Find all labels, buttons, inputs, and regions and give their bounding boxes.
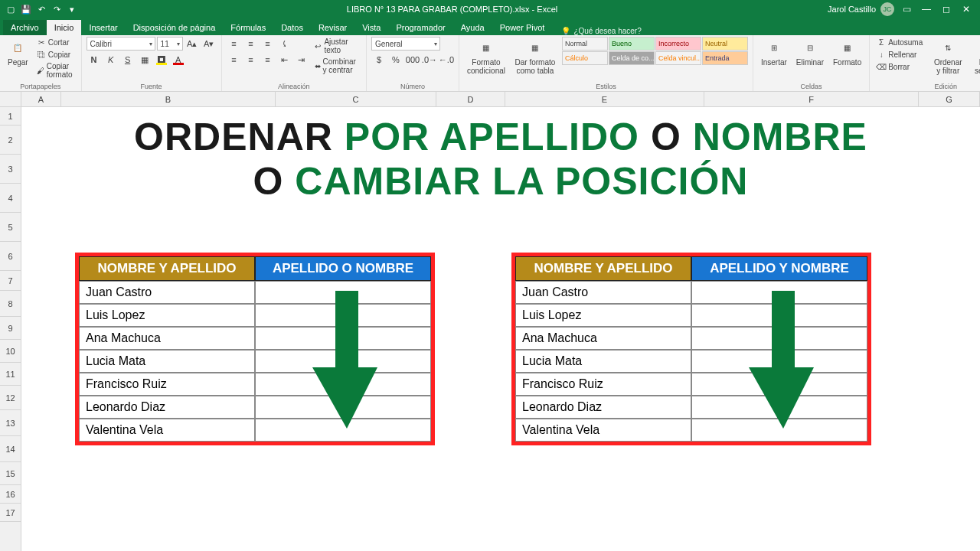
row-header-12[interactable]: 12 — [0, 386, 21, 410]
increase-font-button[interactable]: A▴ — [185, 37, 200, 51]
style-checkcell[interactable]: Celda de co... — [609, 51, 655, 65]
cut-button[interactable]: ✂Cortar — [34, 37, 77, 47]
table-right-cell-name[interactable]: Luis Lopez — [515, 304, 691, 327]
undo-icon[interactable]: ↶ — [35, 3, 47, 15]
font-name-combo[interactable]: Calibri — [87, 37, 155, 51]
style-calc[interactable]: Cálculo — [562, 51, 608, 65]
row-header-15[interactable]: 15 — [0, 462, 21, 485]
row-header-11[interactable]: 11 — [0, 363, 21, 386]
italic-button[interactable]: K — [103, 53, 119, 67]
orientation-button[interactable]: ⤹ — [277, 37, 292, 51]
increase-indent-button[interactable]: ⇥ — [294, 53, 309, 67]
style-good[interactable]: Bueno — [609, 37, 655, 51]
table-left-cell-name[interactable]: Francisco Ruiz — [79, 373, 255, 396]
new-file-icon[interactable]: ▢ — [5, 3, 17, 15]
row-header-17[interactable]: 17 — [0, 504, 21, 522]
insert-cells-button[interactable]: ⊞Insertar — [758, 37, 790, 68]
tab-developer[interactable]: Programador — [388, 20, 452, 35]
tab-review[interactable]: Revisar — [311, 20, 354, 35]
table-left-cell-name[interactable]: Ana Machuca — [79, 327, 255, 350]
table-right-cell-name[interactable]: Francisco Ruiz — [515, 373, 691, 396]
table-right-cell-name[interactable]: Lucia Mata — [515, 350, 691, 373]
style-neutral[interactable]: Neutral — [702, 37, 748, 51]
percent-button[interactable]: % — [388, 53, 403, 67]
select-all-corner[interactable] — [0, 92, 21, 106]
align-middle-button[interactable]: ≡ — [243, 37, 259, 51]
col-header-E[interactable]: E — [505, 92, 704, 106]
row-header-2[interactable]: 2 — [0, 126, 21, 155]
tab-home[interactable]: Inicio — [47, 20, 82, 35]
align-right-button[interactable]: ≡ — [260, 53, 276, 67]
font-color-button[interactable]: A — [171, 53, 186, 67]
align-center-button[interactable]: ≡ — [243, 53, 259, 67]
table-left-cell-name[interactable]: Valentina Vela — [79, 419, 255, 442]
tab-file[interactable]: Archivo — [3, 20, 47, 35]
row-header-3[interactable]: 3 — [0, 155, 21, 184]
table-right-cell-name[interactable]: Juan Castro — [515, 281, 691, 304]
row-header-5[interactable]: 5 — [0, 213, 21, 242]
table-left-cell-name[interactable]: Luis Lopez — [79, 304, 255, 327]
underline-button[interactable]: S — [120, 53, 136, 67]
col-header-D[interactable]: D — [436, 92, 505, 106]
align-left-button[interactable]: ≡ — [227, 53, 242, 67]
col-header-B[interactable]: B — [61, 92, 276, 106]
wrap-text-button[interactable]: ↩Ajustar texto — [312, 37, 361, 55]
row-header-4[interactable]: 4 — [0, 184, 21, 213]
bold-button[interactable]: N — [87, 53, 102, 67]
col-header-G[interactable]: G — [919, 92, 980, 106]
style-linked[interactable]: Celda vincul... — [655, 51, 701, 65]
col-header-C[interactable]: C — [276, 92, 436, 106]
row-header-7[interactable]: 7 — [0, 271, 21, 291]
align-top-button[interactable]: ≡ — [227, 37, 242, 51]
close-icon[interactable]: ✕ — [959, 2, 974, 17]
clear-button[interactable]: ⌫Borrar — [874, 61, 925, 72]
fill-color-button[interactable]: 🞑 — [154, 53, 169, 67]
tell-me-search[interactable]: 💡 ¿Qué desea hacer? — [561, 27, 641, 35]
table-right-cell-name[interactable]: Valentina Vela — [515, 419, 691, 442]
row-header-1[interactable]: 1 — [0, 107, 21, 126]
row-header-9[interactable]: 9 — [0, 317, 21, 340]
row-header-8[interactable]: 8 — [0, 291, 21, 317]
cell-styles-gallery[interactable]: Normal Bueno Incorrecto Neutral Cálculo … — [562, 37, 748, 65]
format-painter-button[interactable]: 🖌Copiar formato — [34, 61, 77, 80]
row-header-10[interactable]: 10 — [0, 340, 21, 363]
decrease-indent-button[interactable]: ⇤ — [277, 53, 292, 67]
tab-formulas[interactable]: Fórmulas — [223, 20, 273, 35]
user-name[interactable]: Jarol Castillo — [828, 5, 876, 14]
avatar[interactable]: JC — [880, 2, 894, 16]
increase-decimal-button[interactable]: .0→ — [422, 53, 437, 67]
tab-view[interactable]: Vista — [354, 20, 388, 35]
number-format-combo[interactable]: General — [371, 37, 440, 51]
table-right-cell-name[interactable]: Ana Machuca — [515, 327, 691, 350]
col-header-A[interactable]: A — [21, 92, 61, 106]
ribbon-display-icon[interactable]: ▭ — [899, 2, 914, 17]
qat-more-icon[interactable]: ▾ — [66, 3, 78, 15]
merge-center-button[interactable]: ⬌Combinar y centrar — [312, 57, 361, 75]
find-select-button[interactable]: 🔍Buscar y seleccionar — [971, 37, 980, 77]
fill-button[interactable]: ↓Rellenar — [874, 49, 925, 60]
table-left-cell-name[interactable]: Juan Castro — [79, 281, 255, 304]
col-header-F[interactable]: F — [704, 92, 919, 106]
row-header-16[interactable]: 16 — [0, 485, 21, 504]
table-left-cell-name[interactable]: Leonardo Diaz — [79, 396, 255, 419]
format-table-button[interactable]: ▦ Dar formato como tabla — [511, 37, 559, 77]
style-input[interactable]: Entrada — [702, 51, 748, 65]
row-header-14[interactable]: 14 — [0, 436, 21, 462]
redo-icon[interactable]: ↷ — [51, 3, 63, 15]
currency-button[interactable]: $ — [371, 53, 387, 67]
style-bad[interactable]: Incorrecto — [655, 37, 701, 51]
minimize-icon[interactable]: — — [919, 2, 934, 17]
style-normal[interactable]: Normal — [562, 37, 608, 51]
decrease-font-button[interactable]: A▾ — [201, 37, 217, 51]
conditional-format-button[interactable]: ▦ Formato condicional — [464, 37, 508, 77]
format-cells-button[interactable]: ▦Formato — [830, 37, 864, 68]
autosum-button[interactable]: ΣAutosuma — [874, 37, 925, 47]
tab-data[interactable]: Datos — [273, 20, 311, 35]
table-left-cell-name[interactable]: Lucia Mata — [79, 350, 255, 373]
sort-filter-button[interactable]: ⇅Ordenar y filtrar — [928, 37, 968, 77]
save-icon[interactable]: 💾 — [20, 3, 32, 15]
copy-button[interactable]: ⿻Copiar — [34, 49, 77, 60]
maximize-icon[interactable]: ◻ — [939, 2, 954, 17]
font-size-combo[interactable]: 11 — [157, 37, 183, 51]
paste-button[interactable]: 📋 Pegar — [5, 37, 31, 68]
